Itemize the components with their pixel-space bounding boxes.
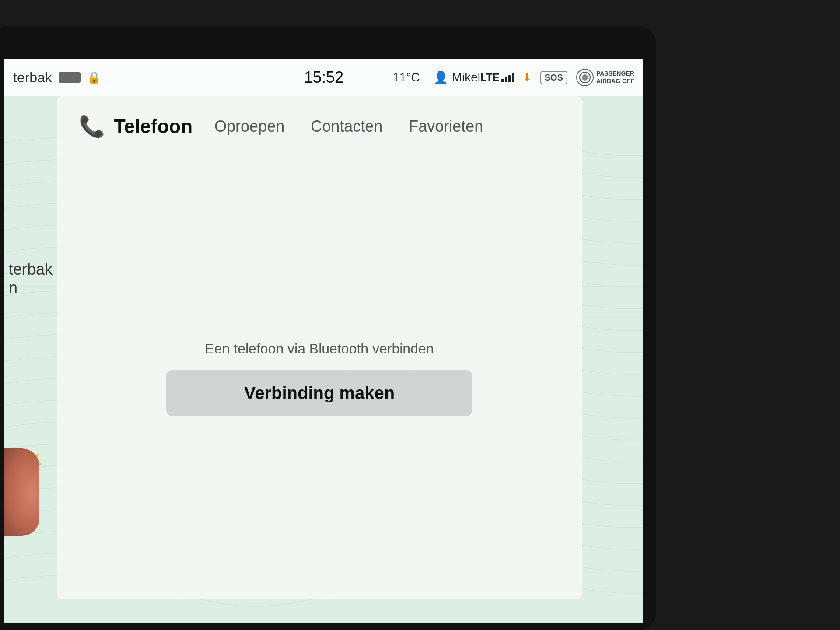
phone-content: Een telefoon via Bluetooth verbinden Ver… (79, 166, 560, 416)
hand-partial (4, 448, 39, 536)
user-info: 👤 Mikel (433, 70, 480, 85)
temperature: 11°C (392, 70, 420, 84)
battery-icon (59, 72, 80, 83)
signal-bars (501, 73, 514, 82)
airbag-icon (576, 69, 594, 86)
screen-bezel: .topo-line { fill: none; stroke: #9ecfb0… (0, 26, 656, 630)
connect-button[interactable]: Verbinding maken (166, 370, 472, 416)
street-partial-1: terbak (9, 260, 52, 279)
signal-bar-3 (508, 75, 511, 82)
sos-badge: SOS (540, 71, 567, 84)
user-name: Mikel (452, 70, 480, 84)
lte-group: LTE (480, 71, 514, 84)
street-partial-2: n (9, 279, 52, 297)
map-street-text: terbak n (9, 260, 52, 297)
lock-icon: 🔒 (87, 71, 101, 84)
status-right: LTE ⬇ SOS (480, 69, 634, 86)
svg-point-3 (582, 74, 588, 80)
download-icon: ⬇ (523, 71, 532, 84)
status-bar: terbak 🔒 15:52 11°C 👤 Mikel LTE (4, 59, 643, 96)
tab-contacten[interactable]: Contacten (311, 114, 382, 139)
phone-header: 📞 Telefoon Oproepen Contacten Favorieten (79, 114, 560, 148)
phone-panel: 📞 Telefoon Oproepen Contacten Favorieten… (57, 96, 582, 599)
signal-bar-1 (501, 79, 504, 82)
phone-icon: 📞 (79, 114, 105, 139)
status-time: 15:52 (304, 68, 343, 87)
status-center-right: 11°C 👤 Mikel (392, 70, 480, 85)
phone-title: Telefoon (114, 116, 192, 137)
airbag-label: PASSENGERAIRBAG OFF (596, 70, 634, 85)
phone-title-group: 📞 Telefoon (79, 114, 192, 139)
km-label: terbak (13, 70, 52, 86)
signal-bar-4 (512, 74, 514, 82)
bluetooth-hint: Een telefoon via Bluetooth verbinden (205, 341, 434, 357)
tab-favorieten[interactable]: Favorieten (409, 114, 483, 139)
tab-oproepen[interactable]: Oproepen (214, 114, 284, 139)
airbag-group: PASSENGERAIRBAG OFF (576, 69, 634, 86)
phone-nav-tabs: Oproepen Contacten Favorieten (214, 114, 483, 139)
display: .topo-line { fill: none; stroke: #9ecfb0… (4, 59, 643, 623)
signal-bar-2 (505, 77, 507, 82)
user-icon: 👤 (433, 70, 448, 85)
lte-label: LTE (480, 71, 500, 84)
